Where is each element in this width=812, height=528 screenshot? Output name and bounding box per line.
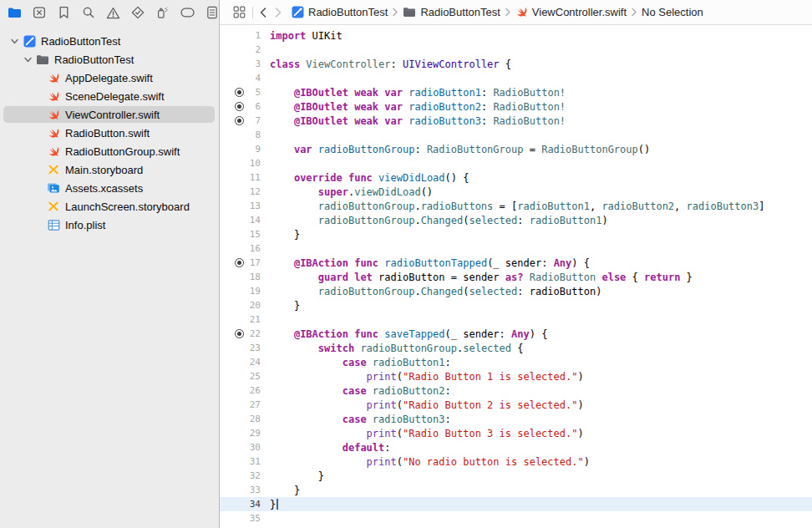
code-line[interactable]: 17 @IBAction func radioButtonTapped(_ se… [220, 256, 812, 270]
source-control-tab[interactable] [33, 5, 46, 20]
code-text[interactable]: case radioButton1: [270, 357, 451, 368]
code-text[interactable]: case radioButton2: [270, 385, 451, 397]
sidebar-item-appdelegate-swift[interactable]: AppDelegate.swift [0, 69, 219, 87]
breakpoints-tab[interactable] [180, 5, 195, 20]
sidebar-item-viewcontroller-swift[interactable]: ViewController.swift [0, 105, 219, 124]
code-text[interactable]: } [270, 485, 300, 496]
code-text[interactable]: } [270, 300, 300, 312]
code-text[interactable]: radioButtonGroup.Changed(selected: radio… [270, 215, 608, 226]
sidebar-item-radiobutton-swift[interactable]: RadioButton.swift [0, 124, 219, 142]
code-text[interactable]: @IBOutlet weak var radioButton2: RadioBu… [270, 101, 566, 113]
code-text[interactable]: @IBOutlet weak var radioButton3: RadioBu… [270, 115, 566, 127]
code-line[interactable]: 19 radioButtonGroup.Changed(selected: ra… [220, 284, 812, 298]
code-text[interactable]: } [270, 470, 324, 482]
code-line[interactable]: 9 var radioButtonGroup: RadioButtonGroup… [220, 142, 812, 156]
code-line[interactable]: 27 print("Radio Button 2 is selected.") [220, 398, 812, 412]
connection-well-icon[interactable] [220, 116, 247, 125]
connection-well-icon[interactable] [220, 88, 247, 97]
code-line[interactable]: 22 @IBAction func saveTapped(_ sender: A… [220, 327, 812, 341]
code-text[interactable]: @IBAction func saveTapped(_ sender: Any)… [270, 328, 547, 340]
code-line[interactable]: 5 @IBOutlet weak var radioButton1: Radio… [220, 85, 812, 99]
tests-tab[interactable] [131, 5, 145, 20]
line-number[interactable]: 13 [247, 201, 261, 211]
debug-tab[interactable] [155, 5, 169, 20]
code-text[interactable]: override func viewDidLoad() { [270, 172, 469, 184]
line-number[interactable]: 17 [247, 257, 261, 268]
code-line[interactable]: 13 radioButtonGroup.radioButtons = [radi… [220, 199, 812, 213]
line-number[interactable]: 29 [247, 428, 261, 439]
code-line[interactable]: 14 radioButtonGroup.Changed(selected: ra… [220, 213, 812, 227]
line-number[interactable]: 31 [247, 456, 261, 467]
code-text[interactable]: print("No radio button is selected.") [270, 456, 590, 468]
sidebar-item-main-storyboard[interactable]: Main.storyboard [0, 160, 219, 179]
code-line[interactable]: 31 print("No radio button is selected.") [220, 454, 812, 469]
line-number[interactable]: 14 [247, 215, 261, 226]
code-line[interactable]: 29 print("Radio Button 3 is selected.") [220, 426, 812, 440]
code-text[interactable]: @IBAction func radioButtonTapped(_ sende… [270, 257, 590, 269]
code-line[interactable]: 10 [220, 156, 812, 170]
line-number[interactable]: 20 [247, 300, 261, 311]
code-line[interactable]: 16 [220, 241, 812, 256]
issues-tab[interactable] [106, 5, 120, 20]
code-text[interactable]: guard let radioButton = sender as? Radio… [270, 272, 693, 283]
code-line[interactable]: 8 [220, 128, 812, 142]
line-number[interactable]: 35 [247, 513, 261, 524]
line-number[interactable]: 33 [247, 485, 261, 495]
code-line[interactable]: 33 } [220, 483, 812, 497]
code-line[interactable]: 18 guard let radioButton = sender as? Ra… [220, 270, 812, 284]
connection-well-icon[interactable] [220, 258, 247, 267]
code-line[interactable]: 3class ViewController: UIViewController … [220, 57, 812, 71]
breadcrumb-item[interactable]: RadioButtonTest [403, 6, 500, 18]
code-text[interactable]: radioButtonGroup.radioButtons = [radioBu… [270, 201, 764, 212]
code-line[interactable]: 21 [220, 312, 812, 327]
code-area[interactable]: 1import UIKit23class ViewController: UIV… [220, 25, 812, 528]
code-text[interactable]: radioButtonGroup.Changed(selected: radio… [270, 286, 601, 297]
related-items-icon[interactable] [233, 6, 246, 18]
forward-chevron-icon[interactable] [273, 7, 283, 18]
line-number[interactable]: 19 [247, 286, 261, 297]
project-navigator-tab[interactable] [8, 5, 22, 20]
code-text[interactable]: var radioButtonGroup: RadioButtonGroup =… [270, 144, 650, 155]
line-number[interactable]: 22 [247, 328, 261, 339]
sidebar-item-assets-xcassets[interactable]: Assets.xcassets [0, 179, 219, 197]
code-line[interactable]: 7 @IBOutlet weak var radioButton3: Radio… [220, 114, 812, 128]
code-line[interactable]: 15 } [220, 227, 812, 241]
line-number[interactable]: 18 [247, 272, 261, 282]
breadcrumb-item[interactable]: ViewController.swift [515, 6, 627, 18]
code-line[interactable]: 26 case radioButton2: [220, 383, 812, 398]
line-number[interactable]: 24 [247, 357, 261, 368]
line-number[interactable]: 25 [247, 371, 261, 382]
line-number[interactable]: 15 [247, 229, 261, 240]
sidebar-item-launchscreen-storyboard[interactable]: LaunchScreen.storyboard [0, 197, 219, 216]
line-number[interactable]: 5 [247, 87, 261, 98]
connection-well-icon[interactable] [220, 329, 247, 338]
code-line[interactable]: 4 [220, 71, 812, 85]
line-number[interactable]: 4 [247, 73, 261, 84]
connection-well-icon[interactable] [220, 102, 247, 111]
code-text[interactable]: print("Radio Button 1 is selected.") [270, 371, 584, 383]
code-text[interactable]: super.viewDidLoad() [270, 186, 433, 198]
line-number[interactable]: 23 [247, 343, 261, 353]
line-number[interactable]: 34 [247, 499, 261, 510]
code-text[interactable]: } [270, 499, 278, 510]
line-number[interactable]: 11 [247, 172, 261, 183]
line-number[interactable]: 7 [247, 115, 261, 126]
breadcrumb-item[interactable]: RadioButtonTest [292, 6, 388, 18]
code-text[interactable]: @IBOutlet weak var radioButton1: RadioBu… [270, 87, 566, 99]
bookmarks-tab[interactable] [57, 5, 70, 20]
breadcrumb-item[interactable]: No Selection [642, 6, 703, 18]
reports-tab[interactable] [206, 5, 219, 20]
code-line[interactable]: 24 case radioButton1: [220, 355, 812, 369]
code-text[interactable]: class ViewController: UIViewController { [270, 58, 511, 70]
code-text[interactable]: print("Radio Button 2 is selected.") [270, 399, 584, 411]
line-number[interactable]: 26 [247, 385, 261, 396]
code-line[interactable]: 2 [220, 43, 812, 57]
line-number[interactable]: 30 [247, 442, 261, 453]
code-text[interactable]: } [270, 229, 300, 241]
back-chevron-icon[interactable] [258, 7, 268, 18]
code-line[interactable]: 25 print("Radio Button 1 is selected.") [220, 369, 812, 383]
line-number[interactable]: 2 [247, 44, 261, 55]
disclosure-chevron-icon[interactable] [23, 55, 33, 64]
find-tab[interactable] [82, 5, 95, 20]
code-line[interactable]: 12 super.viewDidLoad() [220, 185, 812, 199]
